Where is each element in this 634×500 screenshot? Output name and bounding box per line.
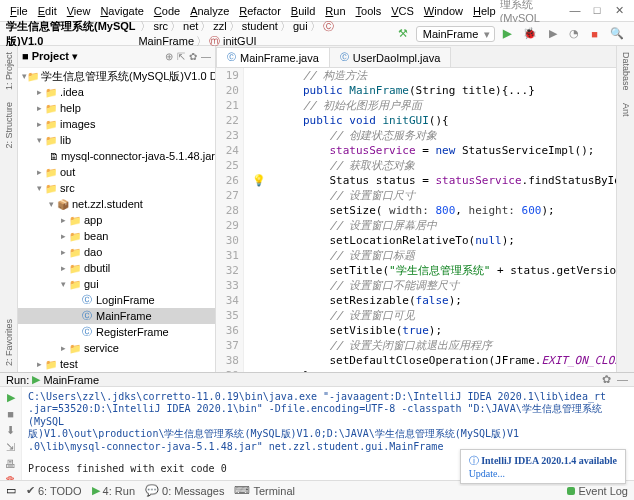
editor-tab-MainFrame.java[interactable]: ⒸMainFrame.java xyxy=(216,47,330,67)
menu-edit[interactable]: Edit xyxy=(34,3,61,19)
tree-MainFrame[interactable]: ⒸMainFrame xyxy=(18,308,215,324)
menu-run[interactable]: Run xyxy=(321,3,349,19)
tab-database[interactable]: Database xyxy=(620,46,632,97)
coverage-button[interactable]: ▶ xyxy=(545,25,561,42)
tree-lib[interactable]: ▾📁lib xyxy=(18,132,215,148)
collapse-all-icon[interactable]: ⇱ xyxy=(177,51,185,62)
settings-icon[interactable]: ✿ xyxy=(189,51,197,62)
tree-RegisterFrame[interactable]: ⒸRegisterFrame xyxy=(18,324,215,340)
run-tab-name[interactable]: MainFrame xyxy=(43,374,99,386)
tree-src[interactable]: ▾📁src xyxy=(18,180,215,196)
minimize-button[interactable]: — xyxy=(568,4,582,17)
tab-project[interactable]: 1: Project xyxy=(3,46,15,96)
code-text[interactable]: // 构造方法 public MainFrame(String title){.… xyxy=(244,68,616,372)
tab-favorites[interactable]: 2: Favorites xyxy=(3,313,15,372)
tree-mysql-connector-java-5.1.48.jar[interactable]: 🗎mysql-connector-java-5.1.48.jar xyxy=(18,148,215,164)
project-header: ■ Project ▾ ⊕ ⇱ ✿ — xyxy=(18,46,215,68)
tree-help[interactable]: ▸📁help xyxy=(18,100,215,116)
run-tab-icon: ▶ xyxy=(32,373,40,386)
search-icon[interactable]: 🔍 xyxy=(606,25,628,42)
project-tree[interactable]: ▾📁学生信息管理系统(MySQL版)V1.0 D▸📁.idea▸📁help▸📁i… xyxy=(18,68,215,372)
run-layout-icon[interactable]: ⇲ xyxy=(6,441,15,454)
status-menu-icon[interactable]: ▭ xyxy=(6,484,16,497)
menubar: FileEditViewNavigateCodeAnalyzeRefactorB… xyxy=(0,3,500,19)
menu-file[interactable]: File xyxy=(6,3,32,19)
run-toolbar: ▶ ■ ⬇ ⇲ 🖶 🗑 xyxy=(0,387,22,486)
tree-service[interactable]: ▸📁service xyxy=(18,340,215,356)
tree-net.zzl.student[interactable]: ▾📦net.zzl.student xyxy=(18,196,215,212)
tree-gui[interactable]: ▾📁gui xyxy=(18,276,215,292)
profile-button[interactable]: ◔ xyxy=(565,25,583,42)
crumb-zzl[interactable]: zzl xyxy=(213,20,226,32)
notif-title: IntelliJ IDEA 2020.1.4 available xyxy=(481,455,617,466)
run-print-icon[interactable]: 🖶 xyxy=(5,458,16,470)
run-output[interactable]: C:\Users\zzl\.jdks\corretto-11.0.19\bin\… xyxy=(22,387,634,486)
tab-structure[interactable]: 2: Structure xyxy=(3,96,15,155)
menu-code[interactable]: Code xyxy=(150,3,184,19)
run-button[interactable]: ▶ xyxy=(499,25,515,42)
crumb-gui[interactable]: gui xyxy=(293,20,308,32)
menu-refactor[interactable]: Refactor xyxy=(235,3,285,19)
tab-ant[interactable]: Ant xyxy=(620,97,632,123)
run-down-icon[interactable]: ⬇ xyxy=(6,424,15,437)
tree-app[interactable]: ▸📁app xyxy=(18,212,215,228)
menu-navigate[interactable]: Navigate xyxy=(96,3,147,19)
tree-bean[interactable]: ▸📁bean xyxy=(18,228,215,244)
status-eventlog[interactable]: Event Log xyxy=(567,485,628,497)
tree-学生信息管理系统(MySQL版)V1.0[interactable]: ▾📁学生信息管理系统(MySQL版)V1.0 D xyxy=(18,68,215,84)
select-opened-file-icon[interactable]: ⊕ xyxy=(165,51,173,62)
tree-out[interactable]: ▸📁out xyxy=(18,164,215,180)
notif-link[interactable]: Update... xyxy=(469,468,505,479)
code-area[interactable]: 1920212223242526272829303132333435363738… xyxy=(216,68,616,372)
menu-tools[interactable]: Tools xyxy=(352,3,386,19)
menu-build[interactable]: Build xyxy=(287,3,319,19)
menu-window[interactable]: Window xyxy=(420,3,467,19)
crumb-MainFrame[interactable]: MainFrame xyxy=(138,35,194,47)
rerun-button[interactable]: ▶ xyxy=(7,391,15,404)
close-button[interactable]: ✕ xyxy=(612,4,626,17)
update-notification[interactable]: ⓘ IntelliJ IDEA 2020.1.4 available Updat… xyxy=(460,449,626,484)
crumb-net[interactable]: net xyxy=(183,20,198,32)
crumb-student[interactable]: student xyxy=(242,20,278,32)
tree-.idea[interactable]: ▸📁.idea xyxy=(18,84,215,100)
run-settings-icon[interactable]: ✿ xyxy=(602,373,611,386)
right-toolstrip: Database Ant xyxy=(616,46,634,372)
left-toolstrip: 1: Project 2: Structure 2: Favorites xyxy=(0,46,18,372)
editor-tab-UserDaoImpl.java[interactable]: ⒸUserDaoImpl.java xyxy=(329,47,451,67)
project-pane: ■ Project ▾ ⊕ ⇱ ✿ — ▾📁学生信息管理系统(MySQL版)V1… xyxy=(18,46,216,372)
tree-LoginFrame[interactable]: ⒸLoginFrame xyxy=(18,292,215,308)
stop-button[interactable]: ■ xyxy=(587,26,602,42)
tree-dbutil[interactable]: ▸📁dbutil xyxy=(18,260,215,276)
menu-analyze[interactable]: Analyze xyxy=(186,3,233,19)
tree-images[interactable]: ▸📁images xyxy=(18,116,215,132)
tree-dao[interactable]: ▸📁dao xyxy=(18,244,215,260)
run-hide-icon[interactable]: — xyxy=(617,373,628,386)
breadcrumb: 学生信息管理系统(MySQL版)V1.0 〉src〉net〉zzl〉studen… xyxy=(6,19,386,49)
gutter: 1920212223242526272829303132333435363738… xyxy=(216,68,244,372)
run-stop-icon[interactable]: ■ xyxy=(7,408,14,420)
breadcrumb-root[interactable]: 学生信息管理系统(MySQL版)V1.0 xyxy=(6,19,136,49)
build-icon[interactable]: ⚒ xyxy=(394,25,412,42)
tree-test[interactable]: ▸📁test xyxy=(18,356,215,372)
crumb-src[interactable]: src xyxy=(153,20,168,32)
editor-pane: ⒸMainFrame.javaⒸUserDaoImpl.java 1920212… xyxy=(216,46,616,372)
hide-icon[interactable]: — xyxy=(201,51,211,62)
run-pane: Run: ▶ MainFrame ✿ — ▶ ■ ⬇ ⇲ 🖶 🗑 C:\User… xyxy=(0,372,634,480)
crumb-initGUI[interactable]: initGUI xyxy=(223,35,257,47)
maximize-button[interactable]: □ xyxy=(590,4,604,17)
menu-vcs[interactable]: VCS xyxy=(387,3,418,19)
menu-view[interactable]: View xyxy=(63,3,95,19)
editor-tabs: ⒸMainFrame.javaⒸUserDaoImpl.java xyxy=(216,46,616,68)
project-view-combo[interactable]: ■ Project ▾ xyxy=(22,50,78,63)
menu-help[interactable]: Help xyxy=(469,3,500,19)
run-config-combo[interactable]: MainFrame xyxy=(416,26,496,42)
run-label: Run: xyxy=(6,374,29,386)
nav-toolbar: 学生信息管理系统(MySQL版)V1.0 〉src〉net〉zzl〉studen… xyxy=(0,22,634,46)
debug-button[interactable]: 🐞 xyxy=(519,25,541,42)
